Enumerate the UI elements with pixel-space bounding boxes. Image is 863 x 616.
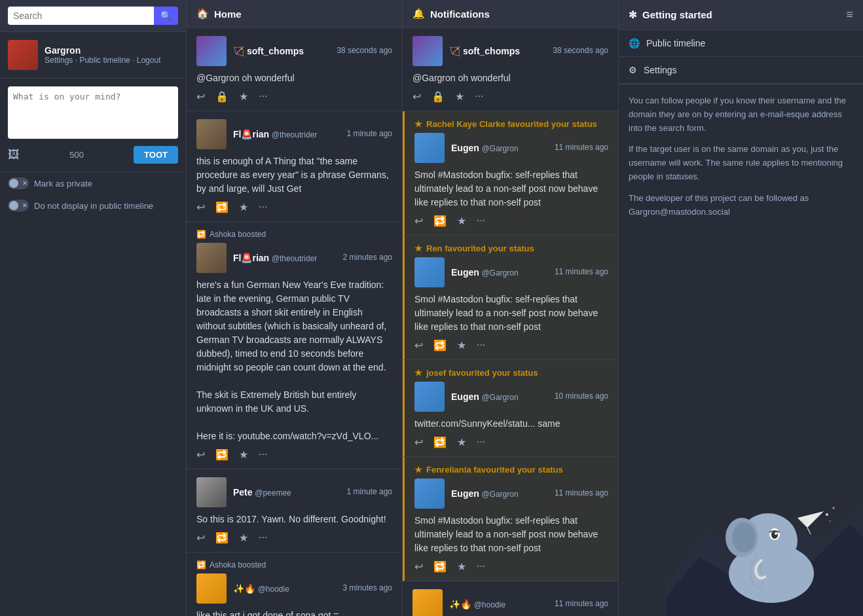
status-time: 11 minutes ago bbox=[555, 267, 608, 276]
svg-point-4 bbox=[725, 518, 758, 557]
status-name-row: ✨🔥 @hoodie 3 minutes ago bbox=[233, 583, 392, 594]
status-header: Pete @peemee 1 minute ago bbox=[196, 477, 392, 507]
favourite-button[interactable]: ★ bbox=[239, 201, 248, 213]
status-actions: ↩ 🔁 ★ ··· bbox=[414, 339, 608, 352]
right-panel-content: You can follow people if you know their … bbox=[619, 84, 863, 616]
more-button[interactable]: ··· bbox=[259, 90, 267, 103]
display-name: Eugen bbox=[451, 391, 479, 402]
boost-button[interactable]: 🔁 bbox=[433, 339, 447, 352]
notif-text: Ren favourited your status bbox=[426, 244, 534, 253]
notification-favourite-3: ★ josef favourited your status Eugen @Ga… bbox=[403, 360, 618, 457]
sidebar: 🔍 Gargron Settings · Public timeline · L… bbox=[0, 0, 187, 616]
boost-button[interactable]: 🔁 bbox=[433, 436, 447, 448]
notif-text: Rachel Kaye Clarke favourited your statu… bbox=[426, 119, 597, 129]
help-text-1: You can follow people if you know their … bbox=[629, 94, 853, 135]
lock-button[interactable]: 🔒 bbox=[215, 90, 229, 103]
handle: @Gargron bbox=[481, 144, 518, 153]
reply-button[interactable]: ↩ bbox=[414, 339, 423, 352]
no-public-timeline-toggle[interactable]: ✕ bbox=[8, 200, 29, 211]
search-input[interactable] bbox=[8, 7, 154, 25]
display-name: Eugen bbox=[451, 143, 479, 153]
favourite-button[interactable]: ★ bbox=[239, 532, 248, 544]
star-icon: ★ bbox=[414, 368, 422, 378]
status-actions: ↩ 🔒 ★ ··· bbox=[196, 90, 392, 103]
right-panel-header: ✻ Getting started ≡ bbox=[619, 0, 863, 30]
status-time: 38 seconds ago bbox=[553, 46, 608, 55]
reply-button[interactable]: ↩ bbox=[414, 560, 423, 573]
public-timeline-link[interactable]: Public timeline bbox=[79, 56, 130, 65]
avatar bbox=[414, 133, 445, 163]
reply-button[interactable]: ↩ bbox=[196, 201, 205, 213]
notif-title: ★ josef favourited your status bbox=[414, 368, 608, 378]
boost-button[interactable]: 🔁 bbox=[215, 448, 229, 461]
more-button[interactable]: ··· bbox=[259, 448, 267, 461]
username: Gargron bbox=[45, 45, 160, 56]
toot-button[interactable]: TOOT bbox=[134, 146, 178, 164]
status-header: ✨🔥 @hoodie 3 minutes ago bbox=[196, 573, 392, 604]
favourite-button[interactable]: ★ bbox=[457, 339, 466, 352]
more-button[interactable]: ··· bbox=[477, 560, 485, 573]
display-name: 🏹 soft_chomps bbox=[449, 46, 520, 56]
handle: @theoutrider bbox=[272, 130, 318, 139]
favourite-button[interactable]: ★ bbox=[239, 90, 248, 103]
settings-nav-item[interactable]: ⚙ Settings bbox=[619, 57, 863, 84]
status-name-row: Fl🚨rian @theoutrider 2 minutes ago bbox=[233, 253, 392, 263]
svg-marker-9 bbox=[798, 511, 824, 528]
logout-link[interactable]: Logout bbox=[137, 56, 161, 65]
favourite-button[interactable]: ★ bbox=[455, 90, 464, 103]
settings-link[interactable]: Settings bbox=[45, 56, 73, 65]
status-actions: ↩ 🔁 ★ ··· bbox=[196, 201, 392, 213]
reply-button[interactable]: ↩ bbox=[413, 90, 421, 103]
notification-favourite-4: ★ Fenreliania favourited your status Eug… bbox=[403, 457, 618, 581]
favourite-button[interactable]: ★ bbox=[457, 436, 466, 448]
image-icon[interactable]: 🖼 bbox=[8, 148, 20, 162]
menu-icon[interactable]: ≡ bbox=[846, 8, 853, 22]
boost-button[interactable]: 🔁 bbox=[215, 201, 229, 213]
status-actions: ↩ 🔁 ★ ··· bbox=[414, 436, 608, 448]
reply-button[interactable]: ↩ bbox=[196, 532, 205, 544]
reply-button[interactable]: ↩ bbox=[414, 436, 423, 448]
status-content: here's a fun German New Year's Eve tradi… bbox=[196, 278, 392, 443]
globe-icon: 🌐 bbox=[629, 38, 640, 48]
boost-button[interactable]: 🔁 bbox=[433, 560, 447, 573]
more-button[interactable]: ··· bbox=[475, 90, 483, 103]
more-button[interactable]: ··· bbox=[477, 215, 485, 227]
favourite-button[interactable]: ★ bbox=[457, 215, 466, 227]
svg-marker-1 bbox=[667, 524, 863, 616]
reply-button[interactable]: ↩ bbox=[196, 90, 205, 103]
right-panel: ✻ Getting started ≡ 🌐 Public timeline ⚙ … bbox=[619, 0, 863, 616]
display-name: Eugen bbox=[451, 488, 479, 499]
mark-private-toggle[interactable]: ✕ bbox=[8, 177, 29, 189]
mark-private-toggle-row: ✕ Mark as private bbox=[0, 172, 186, 194]
lock-button[interactable]: 🔒 bbox=[432, 90, 445, 103]
reply-button[interactable]: ↩ bbox=[414, 215, 423, 227]
search-button[interactable]: 🔍 bbox=[154, 7, 178, 25]
more-button[interactable]: ··· bbox=[477, 436, 485, 448]
more-button[interactable]: ··· bbox=[259, 532, 267, 544]
public-timeline-nav-item[interactable]: 🌐 Public timeline bbox=[619, 30, 863, 57]
user-profile: Gargron Settings · Public timeline · Log… bbox=[0, 32, 186, 79]
status-content: Smol #Mastodon bugfix: self-replies that… bbox=[414, 293, 608, 334]
boost-button[interactable]: 🔁 bbox=[215, 532, 229, 544]
notification-mention-2: ✨🔥 @hoodie 11 minutes ago @Gargron thank… bbox=[403, 581, 618, 616]
more-button[interactable]: ··· bbox=[259, 201, 267, 213]
notif-title: ★ Fenreliania favourited your status bbox=[414, 465, 608, 475]
notifications-column-body[interactable]: 🏹 soft_chomps 38 seconds ago @Gargron oh… bbox=[403, 28, 618, 616]
favourite-button[interactable]: ★ bbox=[239, 448, 248, 461]
home-column-body[interactable]: 🏹 soft_chomps 38 seconds ago @Gargron oh… bbox=[187, 28, 402, 616]
svg-point-13 bbox=[833, 507, 835, 509]
handle: @theoutrider bbox=[272, 254, 318, 263]
star-icon: ★ bbox=[414, 119, 422, 129]
home-icon: 🏠 bbox=[196, 8, 209, 20]
reply-button[interactable]: ↩ bbox=[196, 448, 205, 461]
favourite-button[interactable]: ★ bbox=[457, 560, 466, 573]
compose-textarea[interactable] bbox=[8, 86, 178, 139]
toggle-knob bbox=[9, 179, 18, 188]
status-time: 3 minutes ago bbox=[343, 583, 392, 592]
boost-button[interactable]: 🔁 bbox=[433, 215, 447, 227]
more-button[interactable]: ··· bbox=[477, 339, 485, 352]
status-name-row: Eugen @Gargron 11 minutes ago bbox=[451, 267, 608, 278]
compose-footer: 🖼 500 TOOT bbox=[8, 146, 178, 164]
settings-label: Settings bbox=[644, 65, 677, 75]
handle: @Gargron bbox=[481, 268, 518, 278]
